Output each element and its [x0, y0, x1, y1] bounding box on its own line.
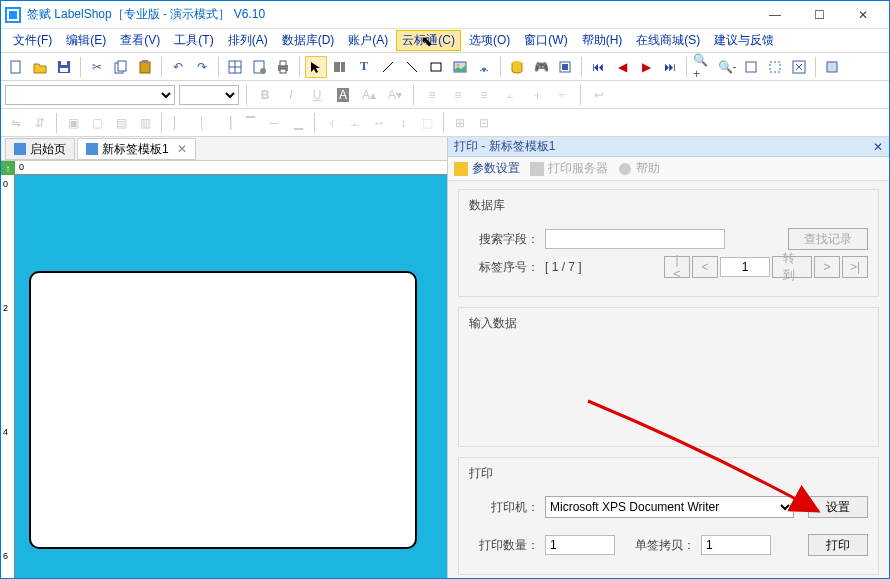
- diag-tool[interactable]: [401, 56, 423, 78]
- undo-button[interactable]: ↶: [167, 56, 189, 78]
- italic-button[interactable]: I: [280, 84, 302, 106]
- copy-button[interactable]: [110, 56, 132, 78]
- menu-feedback[interactable]: 建议与反馈: [708, 30, 780, 51]
- bring-front[interactable]: ▣: [62, 112, 84, 134]
- menu-edit[interactable]: 编辑(E): [60, 30, 112, 51]
- canvas[interactable]: 0 2 4 6 ↑ 0: [1, 161, 447, 578]
- group[interactable]: ⊞: [449, 112, 471, 134]
- menu-file[interactable]: 文件(F): [7, 30, 58, 51]
- send-backward[interactable]: ▥: [134, 112, 156, 134]
- search-button[interactable]: 查找记录: [788, 228, 868, 250]
- menu-help[interactable]: 帮助(H): [576, 30, 629, 51]
- dist-h[interactable]: ⫞: [320, 112, 342, 134]
- menu-options[interactable]: 选项(O): [463, 30, 516, 51]
- align-left[interactable]: ≡: [421, 84, 443, 106]
- image-tool[interactable]: [449, 56, 471, 78]
- send-back[interactable]: ▢: [86, 112, 108, 134]
- barcode-tool[interactable]: [329, 56, 351, 78]
- menu-cloud[interactable]: 云标通(C) ⬉: [396, 30, 461, 51]
- print-action-button[interactable]: 打印: [808, 534, 868, 556]
- first-record[interactable]: ⏮: [587, 56, 609, 78]
- align-m[interactable]: ─: [263, 112, 285, 134]
- same-w[interactable]: ↔: [368, 112, 390, 134]
- minimize-button[interactable]: —: [753, 1, 797, 29]
- zoom-out[interactable]: 🔍-: [716, 56, 738, 78]
- font-family-combo[interactable]: [5, 85, 175, 105]
- menu-account[interactable]: 账户(A): [342, 30, 394, 51]
- zoom-fit[interactable]: [740, 56, 762, 78]
- props-button[interactable]: [821, 56, 843, 78]
- open-button[interactable]: [29, 56, 51, 78]
- tab-close-icon[interactable]: ✕: [177, 142, 187, 156]
- align-c[interactable]: │: [191, 112, 213, 134]
- same-h[interactable]: ↕: [392, 112, 414, 134]
- line-tool[interactable]: [377, 56, 399, 78]
- nav-first-button[interactable]: |<: [664, 256, 690, 278]
- redo-button[interactable]: ↷: [191, 56, 213, 78]
- dist-v[interactable]: ⫠: [344, 112, 366, 134]
- tab-start-page[interactable]: 启始页: [5, 138, 75, 160]
- font-size-combo[interactable]: [179, 85, 239, 105]
- text-tool[interactable]: T: [353, 56, 375, 78]
- ruler-origin[interactable]: ↑: [1, 161, 15, 175]
- tab-help[interactable]: 帮助: [618, 160, 660, 177]
- align-l[interactable]: ▏: [167, 112, 189, 134]
- print-button[interactable]: [272, 56, 294, 78]
- align-right[interactable]: ≡: [473, 84, 495, 106]
- close-button[interactable]: ✕: [841, 1, 885, 29]
- qty-input[interactable]: [545, 535, 615, 555]
- rfid-tool[interactable]: [473, 56, 495, 78]
- zoom-sel[interactable]: [764, 56, 786, 78]
- tab-template[interactable]: 新标签模板1 ✕: [77, 138, 196, 160]
- flip-h[interactable]: ⇋: [5, 112, 27, 134]
- underline-button[interactable]: U: [306, 84, 328, 106]
- nav-next-button[interactable]: >: [814, 256, 840, 278]
- nav-goto-button[interactable]: 转到: [772, 256, 812, 278]
- align-top[interactable]: ⫠: [499, 84, 521, 106]
- menu-store[interactable]: 在线商城(S): [630, 30, 706, 51]
- text-wrap[interactable]: ↩: [588, 84, 610, 106]
- tab-print-server[interactable]: 打印服务器: [530, 160, 608, 177]
- printer-select[interactable]: Microsoft XPS Document Writer: [545, 496, 794, 518]
- nav-last-button[interactable]: >|: [842, 256, 868, 278]
- menu-window[interactable]: 窗口(W): [518, 30, 573, 51]
- last-record[interactable]: ⏭: [659, 56, 681, 78]
- ungroup[interactable]: ⊟: [473, 112, 495, 134]
- preview-tool[interactable]: [554, 56, 576, 78]
- align-t[interactable]: ▔: [239, 112, 261, 134]
- zoom-in[interactable]: 🔍+: [692, 56, 714, 78]
- align-b[interactable]: ▁: [287, 112, 309, 134]
- grid-button[interactable]: [224, 56, 246, 78]
- prev-record[interactable]: ◀: [611, 56, 633, 78]
- page-setup-button[interactable]: [248, 56, 270, 78]
- tab-params[interactable]: 参数设置: [454, 160, 520, 177]
- align-center[interactable]: ≡: [447, 84, 469, 106]
- same-size[interactable]: ⬚: [416, 112, 438, 134]
- rect-tool[interactable]: [425, 56, 447, 78]
- bold-button[interactable]: B: [254, 84, 276, 106]
- select-tool[interactable]: [305, 56, 327, 78]
- paste-button[interactable]: [134, 56, 156, 78]
- search-field-input[interactable]: [545, 229, 725, 249]
- align-middle[interactable]: ⫞: [525, 84, 547, 106]
- menu-view[interactable]: 查看(V): [114, 30, 166, 51]
- save-button[interactable]: [53, 56, 75, 78]
- align-r[interactable]: ▕: [215, 112, 237, 134]
- menu-tools[interactable]: 工具(T): [168, 30, 219, 51]
- zoom-all[interactable]: [788, 56, 810, 78]
- next-record[interactable]: ▶: [635, 56, 657, 78]
- panel-close-icon[interactable]: ✕: [873, 140, 883, 154]
- menu-database[interactable]: 数据库(D): [276, 30, 341, 51]
- nav-page-input[interactable]: [720, 257, 770, 277]
- menu-arrange[interactable]: 排列(A): [222, 30, 274, 51]
- font-color-button[interactable]: A: [332, 84, 354, 106]
- label-design-area[interactable]: [29, 271, 417, 549]
- printer-settings-button[interactable]: 设置: [808, 496, 868, 518]
- nav-prev-button[interactable]: <: [692, 256, 718, 278]
- gamepad-tool[interactable]: 🎮: [530, 56, 552, 78]
- db-tool[interactable]: [506, 56, 528, 78]
- bring-forward[interactable]: ▤: [110, 112, 132, 134]
- copy-input[interactable]: [701, 535, 771, 555]
- font-shrink-button[interactable]: A▾: [384, 84, 406, 106]
- new-button[interactable]: [5, 56, 27, 78]
